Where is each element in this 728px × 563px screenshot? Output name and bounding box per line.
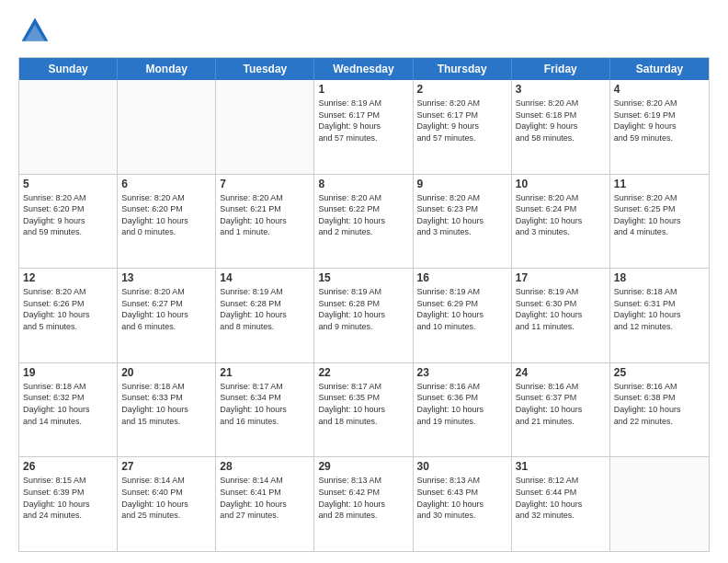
- calendar-cell: 30Sunrise: 8:13 AMSunset: 6:43 PMDayligh…: [414, 457, 512, 551]
- header: [18, 15, 710, 48]
- day-number: 11: [614, 178, 705, 190]
- calendar-cell: 8Sunrise: 8:20 AMSunset: 6:22 PMDaylight…: [314, 175, 413, 269]
- calendar-body: 1Sunrise: 8:19 AMSunset: 6:17 PMDaylight…: [19, 80, 709, 551]
- day-info: Sunrise: 8:18 AMSunset: 6:31 PMDaylight:…: [614, 286, 705, 332]
- calendar-header-cell: Sunday: [19, 58, 118, 80]
- day-info: Sunrise: 8:20 AMSunset: 6:23 PMDaylight:…: [417, 192, 507, 238]
- day-info: Sunrise: 8:20 AMSunset: 6:25 PMDaylight:…: [614, 192, 705, 238]
- day-number: 8: [318, 178, 408, 190]
- day-info: Sunrise: 8:19 AMSunset: 6:29 PMDaylight:…: [417, 286, 507, 332]
- day-number: 13: [121, 271, 211, 284]
- day-number: 20: [121, 366, 211, 379]
- day-info: Sunrise: 8:17 AMSunset: 6:34 PMDaylight:…: [220, 381, 310, 427]
- day-info: Sunrise: 8:16 AMSunset: 6:37 PMDaylight:…: [516, 381, 606, 427]
- day-info: Sunrise: 8:16 AMSunset: 6:36 PMDaylight:…: [417, 381, 507, 427]
- day-info: Sunrise: 8:20 AMSunset: 6:17 PMDaylight:…: [417, 98, 507, 144]
- day-info: Sunrise: 8:14 AMSunset: 6:40 PMDaylight:…: [121, 475, 211, 521]
- logo: [18, 15, 55, 48]
- day-number: 30: [417, 460, 507, 473]
- calendar-cell: 27Sunrise: 8:14 AMSunset: 6:40 PMDayligh…: [118, 457, 216, 551]
- calendar-cell: 11Sunrise: 8:20 AMSunset: 6:25 PMDayligh…: [610, 175, 709, 269]
- day-number: 1: [318, 83, 408, 96]
- calendar-header-cell: Thursday: [414, 58, 512, 80]
- day-info: Sunrise: 8:20 AMSunset: 6:20 PMDaylight:…: [121, 192, 211, 238]
- day-number: 26: [23, 460, 113, 473]
- calendar-cell: 19Sunrise: 8:18 AMSunset: 6:32 PMDayligh…: [19, 363, 118, 457]
- calendar-header-cell: Wednesday: [314, 58, 413, 80]
- page: SundayMondayTuesdayWednesdayThursdayFrid…: [0, 0, 728, 563]
- calendar-cell: 17Sunrise: 8:19 AMSunset: 6:30 PMDayligh…: [512, 269, 610, 362]
- day-number: 14: [220, 271, 310, 284]
- day-number: 22: [318, 366, 408, 379]
- day-info: Sunrise: 8:20 AMSunset: 6:22 PMDaylight:…: [318, 192, 408, 238]
- calendar-cell: 18Sunrise: 8:18 AMSunset: 6:31 PMDayligh…: [610, 269, 709, 362]
- day-info: Sunrise: 8:20 AMSunset: 6:21 PMDaylight:…: [220, 192, 310, 238]
- calendar-header-cell: Tuesday: [216, 58, 314, 80]
- day-number: 16: [417, 271, 507, 284]
- day-number: 23: [417, 366, 507, 379]
- calendar-cell: 14Sunrise: 8:19 AMSunset: 6:28 PMDayligh…: [216, 269, 314, 362]
- day-info: Sunrise: 8:12 AMSunset: 6:44 PMDaylight:…: [516, 475, 606, 521]
- day-number: 6: [121, 178, 211, 190]
- calendar-cell: 2Sunrise: 8:20 AMSunset: 6:17 PMDaylight…: [414, 80, 512, 174]
- calendar-week: 5Sunrise: 8:20 AMSunset: 6:20 PMDaylight…: [19, 175, 709, 270]
- calendar-header-cell: Monday: [118, 58, 216, 80]
- day-number: 10: [516, 178, 606, 190]
- calendar-cell: 23Sunrise: 8:16 AMSunset: 6:36 PMDayligh…: [414, 363, 512, 457]
- day-info: Sunrise: 8:20 AMSunset: 6:24 PMDaylight:…: [516, 192, 606, 238]
- day-info: Sunrise: 8:15 AMSunset: 6:39 PMDaylight:…: [23, 475, 113, 521]
- day-number: 12: [23, 271, 113, 284]
- calendar-cell: 10Sunrise: 8:20 AMSunset: 6:24 PMDayligh…: [512, 175, 610, 269]
- calendar-cell: 15Sunrise: 8:19 AMSunset: 6:28 PMDayligh…: [314, 269, 413, 362]
- day-info: Sunrise: 8:19 AMSunset: 6:28 PMDaylight:…: [220, 286, 310, 332]
- calendar-week: 19Sunrise: 8:18 AMSunset: 6:32 PMDayligh…: [19, 363, 709, 458]
- day-info: Sunrise: 8:16 AMSunset: 6:38 PMDaylight:…: [614, 381, 705, 427]
- day-number: 4: [614, 83, 705, 96]
- calendar-cell: 21Sunrise: 8:17 AMSunset: 6:34 PMDayligh…: [216, 363, 314, 457]
- day-info: Sunrise: 8:19 AMSunset: 6:17 PMDaylight:…: [318, 98, 408, 144]
- logo-icon: [18, 15, 51, 48]
- day-info: Sunrise: 8:20 AMSunset: 6:20 PMDaylight:…: [23, 192, 113, 238]
- calendar-cell: 9Sunrise: 8:20 AMSunset: 6:23 PMDaylight…: [414, 175, 512, 269]
- day-number: 31: [516, 460, 606, 473]
- day-info: Sunrise: 8:17 AMSunset: 6:35 PMDaylight:…: [318, 381, 408, 427]
- day-number: 18: [614, 271, 705, 284]
- day-number: 9: [417, 178, 507, 190]
- calendar-week: 26Sunrise: 8:15 AMSunset: 6:39 PMDayligh…: [19, 457, 709, 551]
- day-info: Sunrise: 8:20 AMSunset: 6:26 PMDaylight:…: [23, 286, 113, 332]
- day-info: Sunrise: 8:19 AMSunset: 6:30 PMDaylight:…: [516, 286, 606, 332]
- calendar-cell: 12Sunrise: 8:20 AMSunset: 6:26 PMDayligh…: [19, 269, 118, 362]
- day-info: Sunrise: 8:20 AMSunset: 6:27 PMDaylight:…: [121, 286, 211, 332]
- calendar-cell: 20Sunrise: 8:18 AMSunset: 6:33 PMDayligh…: [118, 363, 216, 457]
- day-info: Sunrise: 8:20 AMSunset: 6:19 PMDaylight:…: [614, 98, 705, 144]
- calendar-cell: 28Sunrise: 8:14 AMSunset: 6:41 PMDayligh…: [216, 457, 314, 551]
- day-number: 2: [417, 83, 507, 96]
- day-number: 29: [318, 460, 408, 473]
- calendar-cell: 4Sunrise: 8:20 AMSunset: 6:19 PMDaylight…: [610, 80, 709, 174]
- calendar-header-cell: Saturday: [610, 58, 709, 80]
- calendar-cell: [216, 80, 314, 174]
- calendar-cell: 26Sunrise: 8:15 AMSunset: 6:39 PMDayligh…: [19, 457, 118, 551]
- calendar-cell: 3Sunrise: 8:20 AMSunset: 6:18 PMDaylight…: [512, 80, 610, 174]
- calendar-cell: [19, 80, 118, 174]
- calendar-cell: 7Sunrise: 8:20 AMSunset: 6:21 PMDaylight…: [216, 175, 314, 269]
- day-info: Sunrise: 8:13 AMSunset: 6:43 PMDaylight:…: [417, 475, 507, 521]
- calendar-cell: 25Sunrise: 8:16 AMSunset: 6:38 PMDayligh…: [610, 363, 709, 457]
- day-number: 21: [220, 366, 310, 379]
- calendar: SundayMondayTuesdayWednesdayThursdayFrid…: [18, 57, 710, 552]
- calendar-cell: 13Sunrise: 8:20 AMSunset: 6:27 PMDayligh…: [118, 269, 216, 362]
- day-info: Sunrise: 8:13 AMSunset: 6:42 PMDaylight:…: [318, 475, 408, 521]
- calendar-cell: 31Sunrise: 8:12 AMSunset: 6:44 PMDayligh…: [512, 457, 610, 551]
- calendar-cell: 6Sunrise: 8:20 AMSunset: 6:20 PMDaylight…: [118, 175, 216, 269]
- day-info: Sunrise: 8:18 AMSunset: 6:32 PMDaylight:…: [23, 381, 113, 427]
- day-number: 7: [220, 178, 310, 190]
- day-number: 17: [516, 271, 606, 284]
- day-number: 28: [220, 460, 310, 473]
- day-number: 25: [614, 366, 705, 379]
- calendar-cell: [610, 457, 709, 551]
- day-number: 5: [23, 178, 113, 190]
- calendar-header-row: SundayMondayTuesdayWednesdayThursdayFrid…: [19, 58, 709, 80]
- calendar-cell: 5Sunrise: 8:20 AMSunset: 6:20 PMDaylight…: [19, 175, 118, 269]
- day-number: 19: [23, 366, 113, 379]
- day-number: 24: [516, 366, 606, 379]
